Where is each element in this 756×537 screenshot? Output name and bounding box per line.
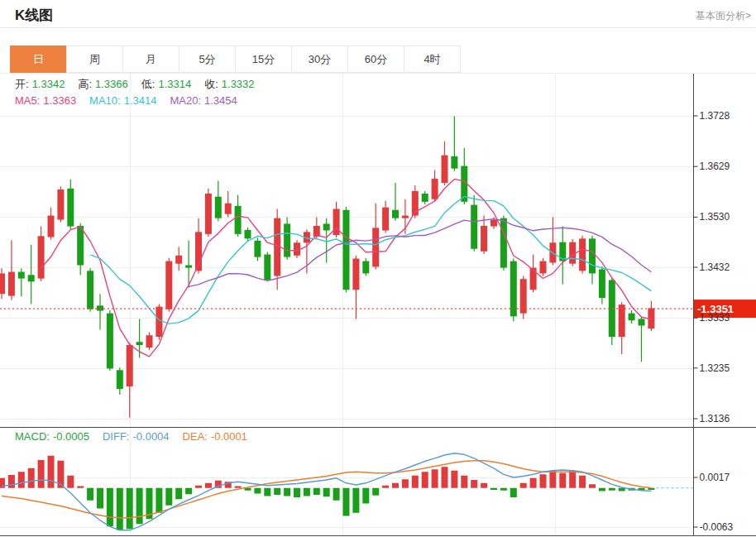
svg-text:1.3728: 1.3728 <box>700 110 730 122</box>
readout-pair: 高:1.3366 <box>78 78 131 90</box>
svg-text:1.3136: 1.3136 <box>700 413 730 424</box>
readout-label: 高: <box>78 78 92 90</box>
readout-label: MA10: <box>89 94 121 107</box>
readout-value: 1.3454 <box>204 94 237 107</box>
readout-value: 1.3342 <box>32 78 65 90</box>
readout-value: -0.0004 <box>132 430 169 443</box>
axis-frame <box>0 74 756 536</box>
svg-text:1.3629: 1.3629 <box>700 161 730 172</box>
candles-layer <box>0 117 654 418</box>
readout-value: 1.3314 <box>158 78 191 90</box>
readout-label: 开: <box>15 78 29 90</box>
svg-text:1.3333: 1.3333 <box>700 312 730 324</box>
readout-value: 1.3332 <box>222 78 255 90</box>
svg-text:1.3530: 1.3530 <box>700 211 730 223</box>
readout-pair: MA5:1.3363 <box>15 94 79 107</box>
readout-value: 1.3414 <box>124 94 157 107</box>
gridlines <box>0 74 694 535</box>
readout-value: -0.0001 <box>211 430 247 443</box>
readout-value: -0.0005 <box>53 430 89 443</box>
price-axis-labels: 1.37281.36291.35301.34321.33331.32351.31… <box>694 110 734 533</box>
readout-pair: 收:1.3332 <box>204 78 257 90</box>
readout-pair: MA10:1.3414 <box>89 94 160 107</box>
ma10-line <box>90 197 651 324</box>
svg-text:1.3432: 1.3432 <box>700 261 730 273</box>
readout-label: MA5: <box>15 94 40 107</box>
readout-pair: 低:1.3314 <box>141 78 194 90</box>
readout-label: MA20: <box>170 94 201 107</box>
readout-value: 1.3363 <box>43 94 76 107</box>
svg-text:0.0017: 0.0017 <box>700 472 730 483</box>
readout-label: DIFF: <box>103 430 130 443</box>
readout-pair: DEA:-0.0001 <box>183 430 251 443</box>
readout-pair: DIFF:-0.0004 <box>103 430 173 443</box>
ohlc-readout: 开:1.3342高:1.3366低:1.3314收:1.3332 <box>15 77 268 92</box>
readout-pair: 开:1.3342 <box>15 78 68 90</box>
readout-label: 低: <box>141 78 156 90</box>
readout-label: DEA: <box>183 430 208 443</box>
readout-label: MACD: <box>15 430 50 443</box>
svg-text:1.3235: 1.3235 <box>700 362 730 374</box>
readout-value: 1.3366 <box>95 78 128 90</box>
ma-readout: MA5:1.3363MA10:1.3414MA20:1.3454 <box>15 94 251 107</box>
readout-pair: MA20:1.3454 <box>170 94 240 107</box>
readout-pair: MACD:-0.0005 <box>15 430 93 443</box>
kline-page: { "header": { "title": "K线图", "link_labe… <box>0 0 756 537</box>
readout-label: 收: <box>204 78 218 90</box>
macd-readout: MACD:-0.0005DIFF:-0.0004DEA:-0.0001 <box>15 430 261 443</box>
svg-text:-0.0063: -0.0063 <box>700 521 734 533</box>
